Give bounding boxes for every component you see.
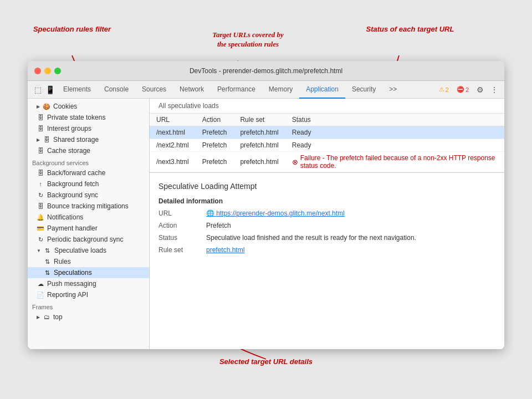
devtools-toolbar: ⬚ 📱 Elements Console Sources Network Per…: [28, 81, 504, 99]
reporting-icon: 📄: [37, 291, 44, 299]
sidebar-item-speculations[interactable]: ⇅ Speculations: [28, 267, 149, 278]
notif-icon: 🔔: [37, 213, 44, 221]
detail-section-title: Detailed information: [158, 197, 495, 205]
private-state-icon: 🗄: [37, 114, 44, 121]
url-value[interactable]: 🌐 https://prerender-demos.glitch.me/next…: [206, 209, 345, 217]
cell-url: /next.html: [150, 126, 196, 139]
cell-action: Prefetch: [196, 152, 234, 172]
frames-section: Frames: [28, 300, 149, 311]
sidebar-item-top[interactable]: ▶ 🗂 top: [28, 311, 149, 323]
more-icon[interactable]: ⋮: [489, 84, 500, 95]
table-row[interactable]: /next3.html Prefetch prefetch.html ⊗Fail…: [150, 152, 504, 172]
payment-icon: 💳: [37, 224, 44, 232]
tab-elements[interactable]: Elements: [57, 81, 98, 99]
tab-security[interactable]: Security: [345, 81, 382, 99]
devtools-body: ▶ 🍪 Cookies 🗄 Private state tokens 🗄 Int…: [28, 99, 504, 349]
sidebar-item-bounce[interactable]: 🗄 Bounce tracking mitigations: [28, 201, 149, 212]
settings-icon[interactable]: ⚙: [474, 84, 485, 95]
cell-action: Prefetch: [196, 139, 234, 152]
annotation-status: Status of each target URL: [355, 25, 466, 33]
tab-memory[interactable]: Memory: [262, 81, 299, 99]
col-action: Action: [196, 114, 234, 126]
bg-fetch-label: Background fetch: [47, 180, 99, 188]
notif-label: Notifications: [47, 213, 83, 221]
annotation-speculation-filter: Speculation rules filter: [28, 25, 116, 33]
rules-icon: ⇅: [43, 258, 51, 265]
top-icon: 🗂: [43, 313, 50, 321]
tab-network[interactable]: Network: [173, 81, 211, 99]
tab-application[interactable]: Application: [299, 81, 345, 99]
tab-console[interactable]: Console: [98, 81, 135, 99]
close-button[interactable]: [34, 68, 41, 74]
spec-header: All speculative loads: [150, 99, 504, 114]
detail-panel: Speculative Loading Attempt Detailed inf…: [150, 172, 504, 349]
table-row[interactable]: /next.html Prefetch prefetch.html Ready: [150, 126, 504, 139]
bfcache-label: Back/forward cache: [47, 169, 105, 177]
cell-ruleset: prefetch.html: [233, 139, 285, 152]
interest-label: Interest groups: [47, 125, 91, 132]
cell-action: Prefetch: [196, 126, 234, 139]
cell-status: Ready: [285, 139, 504, 152]
cell-url: /next3.html: [150, 152, 196, 172]
sidebar-item-cookies[interactable]: ▶ 🍪 Cookies: [28, 101, 149, 112]
spec-label: Speculative loads: [54, 247, 106, 254]
cell-ruleset: prefetch.html: [233, 152, 285, 172]
cell-url: /next2.html: [150, 139, 196, 152]
annotation-target-urls-text: Target URLs covered bythe speculation ru…: [197, 30, 299, 49]
tab-performance[interactable]: Performance: [211, 81, 262, 99]
sidebar-item-bfcache[interactable]: 🗄 Back/forward cache: [28, 167, 149, 178]
cache-icon: 🗄: [37, 147, 44, 155]
sidebar-item-reporting[interactable]: 📄 Reporting API: [28, 289, 149, 300]
sidebar-item-periodic-sync[interactable]: ↻ Periodic background sync: [28, 234, 149, 245]
push-label: Push messaging: [47, 280, 96, 288]
ruleset-value[interactable]: prefetch.html: [206, 246, 244, 254]
sidebar-item-cache-storage[interactable]: 🗄 Cache storage: [28, 145, 149, 156]
minimize-button[interactable]: [44, 68, 51, 74]
sidebar-item-speculative-loads[interactable]: ▼ ⇅ Speculative loads: [28, 245, 149, 256]
traffic-lights: [34, 68, 61, 74]
toolbar-right: ⚠ 2 ⛔ 2 ⚙ ⋮: [437, 84, 500, 95]
periodic-icon: ↻: [37, 236, 44, 243]
tab-more[interactable]: >>: [382, 81, 403, 99]
shared-icon: 🗄: [43, 136, 50, 144]
warning-badge: ⚠ 2: [437, 85, 451, 94]
browser-window: DevTools - prerender-demos.glitch.me/pre…: [28, 61, 504, 349]
sidebar-item-payment[interactable]: 💳 Payment handler: [28, 223, 149, 234]
table-row[interactable]: /next2.html Prefetch prefetch.html Ready: [150, 139, 504, 152]
payment-label: Payment handler: [47, 224, 98, 232]
sidebar-item-bg-sync[interactable]: ↻ Background sync: [28, 190, 149, 201]
sidebar-item-shared-storage[interactable]: ▶ 🗄 Shared storage: [28, 134, 149, 145]
url-label: URL: [158, 209, 197, 217]
cookies-icon: 🍪: [43, 103, 50, 110]
error-badge: ⛔ 2: [454, 85, 471, 94]
detail-row-ruleset: Rule set prefetch.html: [158, 246, 495, 254]
tab-bar: Elements Console Sources Network Perform…: [57, 81, 436, 99]
bfcache-icon: 🗄: [37, 169, 44, 177]
device-icon[interactable]: 📱: [44, 84, 55, 95]
maximize-button[interactable]: [54, 68, 61, 74]
sidebar-item-private-state[interactable]: 🗄 Private state tokens: [28, 112, 149, 123]
cache-label: Cache storage: [47, 147, 90, 155]
sidebar-item-interest-groups[interactable]: 🗄 Interest groups: [28, 123, 149, 134]
spec-expand-icon: ▼: [37, 248, 41, 253]
sidebar-item-rules[interactable]: ⇅ Rules: [28, 256, 149, 267]
bg-fetch-icon: ↑: [37, 180, 44, 188]
action-value: Prefetch: [206, 222, 231, 229]
interest-icon: 🗄: [37, 125, 44, 132]
sidebar-item-bg-fetch[interactable]: ↑ Background fetch: [28, 178, 149, 190]
sidebar: ▶ 🍪 Cookies 🗄 Private state tokens 🗄 Int…: [28, 99, 150, 349]
status-label: Status: [158, 234, 197, 242]
all-speculative-loads-label: All speculative loads: [158, 102, 219, 110]
ruleset-label: Rule set: [158, 246, 197, 254]
sidebar-item-push[interactable]: ☁ Push messaging: [28, 278, 149, 289]
speculations-icon: ⇅: [43, 269, 51, 277]
periodic-label: Periodic background sync: [47, 236, 123, 243]
main-panel: All speculative loads URL Action Rule se…: [150, 99, 504, 349]
tab-sources[interactable]: Sources: [135, 81, 173, 99]
sidebar-item-notifications[interactable]: 🔔 Notifications: [28, 212, 149, 223]
col-url: URL: [150, 114, 196, 126]
inspect-icon[interactable]: ⬚: [32, 84, 43, 95]
detail-row-status: Status Speculative load finished and the…: [158, 234, 495, 242]
status-value: Speculative load finished and the result…: [206, 234, 416, 242]
shared-expand-icon: ▶: [37, 137, 40, 142]
